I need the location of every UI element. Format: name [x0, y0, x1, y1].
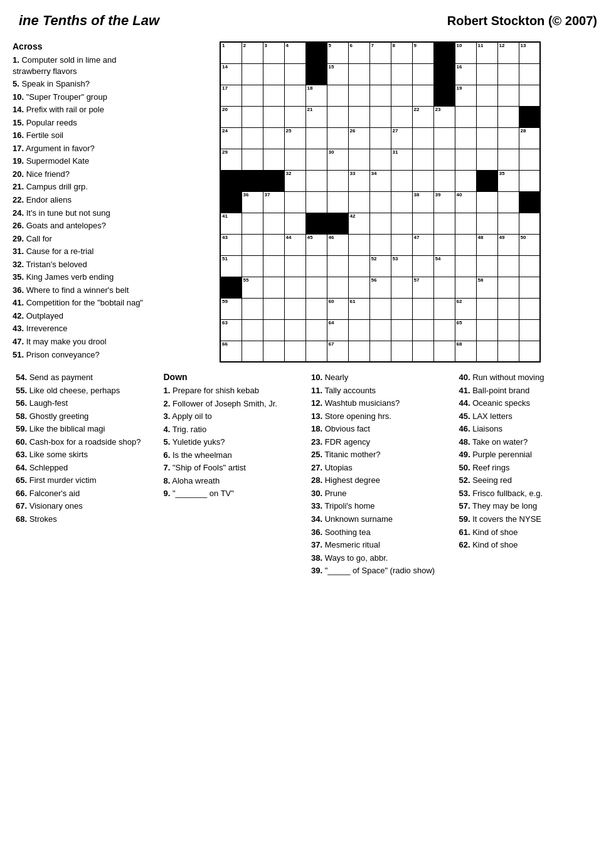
grid-cell[interactable] — [519, 170, 540, 191]
grid-cell[interactable] — [369, 213, 391, 234]
grid-cell[interactable] — [284, 191, 305, 213]
grid-cell[interactable] — [519, 298, 540, 319]
grid-cell[interactable] — [391, 319, 412, 341]
grid-cell[interactable] — [433, 319, 455, 341]
grid-cell[interactable] — [455, 170, 476, 191]
grid-cell[interactable] — [284, 106, 305, 127]
grid-cell[interactable] — [497, 63, 519, 85]
grid-cell[interactable]: 24 — [220, 127, 242, 149]
grid-cell[interactable] — [305, 255, 327, 277]
grid-cell[interactable] — [263, 63, 284, 85]
grid-cell[interactable] — [455, 213, 476, 234]
grid-cell[interactable] — [433, 234, 455, 255]
grid-cell[interactable]: 37 — [263, 191, 284, 213]
grid-cell[interactable] — [519, 277, 540, 298]
grid-cell[interactable] — [433, 170, 455, 191]
grid-cell[interactable] — [242, 298, 263, 319]
grid-cell[interactable] — [391, 298, 412, 319]
grid-cell[interactable] — [391, 277, 412, 298]
grid-cell[interactable]: 19 — [455, 85, 476, 106]
grid-cell[interactable] — [284, 298, 305, 319]
grid-cell[interactable]: 3 — [263, 42, 284, 63]
grid-cell[interactable] — [391, 170, 412, 191]
grid-cell[interactable] — [348, 149, 369, 170]
grid-cell[interactable] — [369, 127, 391, 149]
grid-cell[interactable]: 9 — [412, 42, 433, 63]
grid-cell[interactable]: 65 — [455, 319, 476, 341]
grid-cell[interactable] — [412, 85, 433, 106]
grid-cell[interactable] — [412, 341, 433, 362]
grid-cell[interactable]: 6 — [348, 42, 369, 63]
grid-cell[interactable] — [263, 341, 284, 362]
grid-cell[interactable]: 48 — [476, 234, 497, 255]
grid-cell[interactable] — [391, 191, 412, 213]
grid-cell[interactable]: 46 — [327, 234, 348, 255]
grid-cell[interactable]: 17 — [220, 85, 242, 106]
grid-cell[interactable] — [305, 127, 327, 149]
grid-cell[interactable] — [369, 234, 391, 255]
grid-cell[interactable] — [263, 213, 284, 234]
grid-cell[interactable]: 15 — [327, 63, 348, 85]
grid-cell[interactable] — [433, 213, 455, 234]
grid-cell[interactable] — [455, 255, 476, 277]
grid-cell[interactable] — [348, 106, 369, 127]
grid-cell[interactable]: 5 — [327, 42, 348, 63]
grid-cell[interactable] — [263, 149, 284, 170]
grid-cell[interactable] — [327, 127, 348, 149]
grid-cell[interactable] — [284, 341, 305, 362]
grid-cell[interactable] — [497, 341, 519, 362]
grid-cell[interactable] — [242, 63, 263, 85]
grid-cell[interactable]: 39 — [433, 191, 455, 213]
grid-cell[interactable] — [519, 341, 540, 362]
grid-cell[interactable]: 41 — [220, 213, 242, 234]
grid-cell[interactable] — [305, 277, 327, 298]
grid-cell[interactable] — [369, 85, 391, 106]
grid-cell[interactable] — [519, 85, 540, 106]
grid-cell[interactable] — [242, 127, 263, 149]
grid-cell[interactable] — [242, 149, 263, 170]
grid-cell[interactable] — [263, 106, 284, 127]
grid-cell[interactable]: 34 — [369, 170, 391, 191]
grid-cell[interactable]: 40 — [455, 191, 476, 213]
grid-cell[interactable]: 56 — [369, 277, 391, 298]
grid-cell[interactable] — [348, 63, 369, 85]
grid-cell[interactable] — [476, 127, 497, 149]
grid-cell[interactable]: 31 — [391, 149, 412, 170]
grid-cell[interactable] — [369, 63, 391, 85]
grid-cell[interactable] — [519, 319, 540, 341]
grid-cell[interactable] — [391, 106, 412, 127]
grid-cell[interactable]: 36 — [242, 191, 263, 213]
grid-cell[interactable] — [455, 106, 476, 127]
grid-cell[interactable]: 45 — [305, 234, 327, 255]
grid-cell[interactable] — [455, 234, 476, 255]
grid-cell[interactable]: 18 — [305, 85, 327, 106]
grid-cell[interactable]: 63 — [220, 319, 242, 341]
grid-cell[interactable]: 64 — [327, 319, 348, 341]
grid-cell[interactable] — [497, 213, 519, 234]
grid-cell[interactable]: 30 — [327, 149, 348, 170]
grid-cell[interactable] — [263, 319, 284, 341]
grid-cell[interactable] — [497, 149, 519, 170]
grid-cell[interactable]: 61 — [348, 298, 369, 319]
grid-cell[interactable] — [369, 106, 391, 127]
grid-cell[interactable] — [242, 255, 263, 277]
grid-cell[interactable] — [284, 149, 305, 170]
grid-cell[interactable] — [433, 127, 455, 149]
grid-cell[interactable] — [497, 277, 519, 298]
grid-cell[interactable] — [327, 255, 348, 277]
grid-cell[interactable] — [369, 341, 391, 362]
grid-cell[interactable] — [497, 191, 519, 213]
grid-cell[interactable]: 49 — [497, 234, 519, 255]
grid-cell[interactable]: 55 — [242, 277, 263, 298]
grid-cell[interactable]: 66 — [220, 341, 242, 362]
grid-cell[interactable] — [284, 85, 305, 106]
grid-cell[interactable] — [412, 213, 433, 234]
grid-cell[interactable] — [327, 170, 348, 191]
grid-cell[interactable] — [519, 63, 540, 85]
grid-cell[interactable] — [305, 298, 327, 319]
grid-cell[interactable] — [412, 127, 433, 149]
grid-cell[interactable] — [348, 85, 369, 106]
grid-cell[interactable] — [455, 277, 476, 298]
grid-cell[interactable] — [369, 149, 391, 170]
grid-cell[interactable]: 11 — [476, 42, 497, 63]
